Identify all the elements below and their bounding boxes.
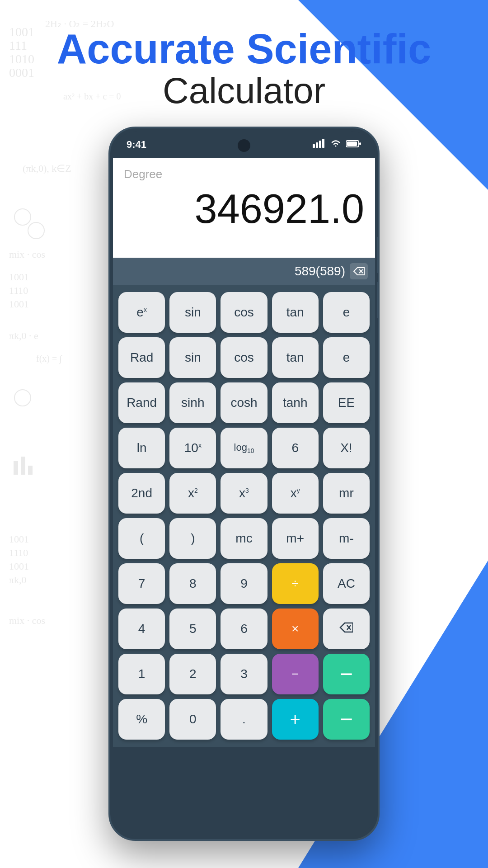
camera-notch: [238, 139, 250, 152]
key-9[interactable]: 9: [221, 563, 267, 604]
svg-rect-22: [21, 457, 25, 475]
key-cos[interactable]: cos: [221, 292, 267, 333]
key-0[interactable]: 0: [169, 699, 216, 740]
svg-text:1110: 1110: [9, 547, 28, 558]
key-8[interactable]: 8: [169, 563, 216, 604]
svg-text:(πk,0), k∈Z: (πk,0), k∈Z: [23, 163, 71, 174]
key-divide[interactable]: ÷: [272, 563, 319, 604]
keypad-row-4: ln 10x log10 6 X!: [118, 428, 370, 468]
key-tanh[interactable]: tanh: [272, 382, 319, 423]
key-ln[interactable]: ln: [118, 428, 165, 468]
svg-text:1001: 1001: [9, 298, 29, 310]
key-subtract[interactable]: −: [272, 654, 319, 694]
key-mr[interactable]: mr: [323, 473, 370, 514]
key-7[interactable]: 7: [118, 563, 165, 604]
svg-text:1001: 1001: [9, 561, 29, 572]
svg-rect-27: [322, 139, 324, 148]
svg-text:mix · cos: mix · cos: [9, 615, 45, 626]
status-icons: [313, 139, 361, 151]
keypad-row-6: ( ) mc m+ m-: [118, 518, 370, 559]
key-cos2[interactable]: cos: [221, 337, 267, 378]
svg-rect-24: [313, 144, 315, 148]
keypad-row-5: 2nd x2 x3 xy mr: [118, 473, 370, 514]
key-log10[interactable]: log10: [221, 428, 267, 468]
app-title-plain: Calculator: [18, 71, 470, 111]
expression-text: 589(589): [295, 264, 345, 278]
key-2nd[interactable]: 2nd: [118, 473, 165, 514]
key-m-minus[interactable]: m-: [323, 518, 370, 559]
volume-btn-2: [377, 282, 380, 318]
key-10x[interactable]: 10x: [169, 428, 216, 468]
key-decimal[interactable]: .: [221, 699, 267, 740]
expression-bar: 589(589): [113, 258, 375, 285]
key-e2[interactable]: e: [323, 337, 370, 378]
keypad-row-2: Rad sin cos tan e: [118, 337, 370, 378]
phone-inner: 9:41: [113, 131, 375, 836]
svg-point-19: [28, 222, 44, 239]
key-5[interactable]: 5: [169, 609, 216, 649]
key-x2[interactable]: x2: [169, 473, 216, 514]
key-6b[interactable]: 6: [221, 609, 267, 649]
key-1[interactable]: 1: [118, 654, 165, 694]
svg-text:mix · cos: mix · cos: [9, 249, 45, 260]
svg-text:1001: 1001: [9, 533, 29, 545]
svg-text:πk,0 · e: πk,0 · e: [9, 330, 38, 341]
keypad-row-7: 7 8 9 ÷ AC: [118, 563, 370, 604]
display-value: 346921.0: [124, 186, 364, 233]
key-6a[interactable]: 6: [272, 428, 319, 468]
key-ex[interactable]: ex: [118, 292, 165, 333]
svg-rect-29: [347, 142, 357, 146]
key-rand[interactable]: Rand: [118, 382, 165, 423]
key-open-paren[interactable]: (: [118, 518, 165, 559]
svg-text:f(x) = ∫: f(x) = ∫: [36, 354, 62, 364]
svg-rect-26: [319, 141, 321, 148]
key-equals[interactable]: −: [323, 654, 370, 694]
battery-icon: [346, 139, 361, 151]
wifi-icon: [330, 139, 342, 151]
volume-btn-1: [377, 237, 380, 273]
status-bar: 9:41: [113, 131, 375, 158]
svg-rect-23: [28, 466, 33, 475]
svg-text:πk,0: πk,0: [9, 574, 27, 585]
key-m-plus[interactable]: m+: [272, 518, 319, 559]
key-xy[interactable]: xy: [272, 473, 319, 514]
key-sinh[interactable]: sinh: [169, 382, 216, 423]
key-percent[interactable]: %: [118, 699, 165, 740]
key-close-paren[interactable]: ): [169, 518, 216, 559]
keypad-row-9: 1 2 3 − −: [118, 654, 370, 694]
status-time: 9:41: [127, 139, 146, 151]
key-e[interactable]: e: [323, 292, 370, 333]
signal-icon: [313, 139, 325, 151]
key-cosh[interactable]: cosh: [221, 382, 267, 423]
key-tan[interactable]: tan: [272, 292, 319, 333]
key-2[interactable]: 2: [169, 654, 216, 694]
phone-mockup: 9:41: [108, 127, 380, 841]
keypad-row-3: Rand sinh cosh tanh EE: [118, 382, 370, 423]
key-sin[interactable]: sin: [169, 292, 216, 333]
key-mc[interactable]: mc: [221, 518, 267, 559]
keypad: ex sin cos tan e Rad: [113, 285, 375, 747]
key-tan2[interactable]: tan: [272, 337, 319, 378]
key-ac[interactable]: AC: [323, 563, 370, 604]
svg-point-20: [14, 390, 31, 406]
key-factorial[interactable]: X!: [323, 428, 370, 468]
key-multiply[interactable]: ×: [272, 609, 319, 649]
keypad-row-10: % 0 . + −: [118, 699, 370, 740]
key-rad[interactable]: Rad: [118, 337, 165, 378]
key-x3[interactable]: x3: [221, 473, 267, 514]
key-ee[interactable]: EE: [323, 382, 370, 423]
app-header: Accurate Scientific Calculator: [0, 27, 488, 111]
key-add[interactable]: +: [272, 699, 319, 740]
key-backspace[interactable]: [323, 609, 370, 649]
key-sin2[interactable]: sin: [169, 337, 216, 378]
key-3[interactable]: 3: [221, 654, 267, 694]
key-equals-2[interactable]: −: [323, 699, 370, 740]
svg-rect-21: [14, 461, 18, 475]
svg-rect-30: [359, 142, 361, 145]
keypad-row-1: ex sin cos tan e: [118, 292, 370, 333]
key-4[interactable]: 4: [118, 609, 165, 649]
svg-rect-25: [316, 142, 318, 148]
svg-point-18: [14, 209, 31, 225]
calculator-display: Degree 346921.0: [113, 158, 375, 258]
backspace-button[interactable]: [350, 263, 368, 279]
